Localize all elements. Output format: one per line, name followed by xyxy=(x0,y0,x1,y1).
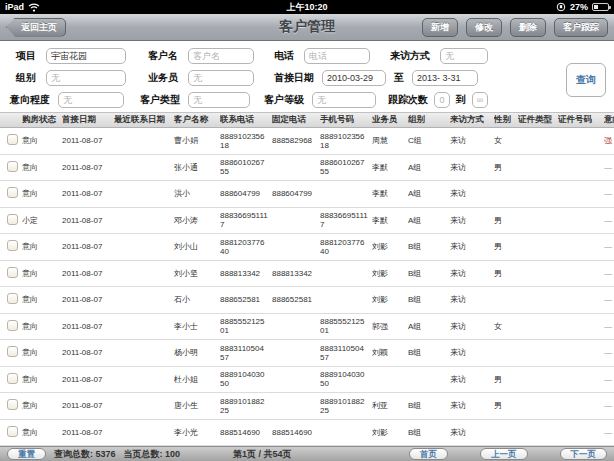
row-checkbox[interactable] xyxy=(7,134,18,145)
table-row[interactable]: 意向2011-08-07洪小888604799888604799李默A组来访— xyxy=(0,181,614,208)
table-row[interactable]: 意向2011-08-07唐小生888910188225888910188225利… xyxy=(0,393,614,420)
nav-bar: 客户管理 返回主页 新增 修改 删除 客户跟踪 xyxy=(0,14,614,41)
next-page-button[interactable]: 下一页 xyxy=(560,448,608,460)
cell-status: 意向 xyxy=(22,163,62,172)
cell-name: 唐小生 xyxy=(174,401,220,410)
row-checkbox[interactable] xyxy=(7,399,18,410)
cell-intent: 强 xyxy=(604,136,614,145)
cell-name: 曹小娟 xyxy=(174,136,220,145)
customer-track-button[interactable]: 客户跟踪 xyxy=(554,18,608,37)
cell-group: B组 xyxy=(408,242,450,251)
track-count-label: 跟踪次数 xyxy=(388,93,428,107)
table-row[interactable]: 意向2011-08-07张小通888601026755888601026755李… xyxy=(0,155,614,182)
visit-method-input[interactable] xyxy=(440,48,488,64)
battery-percent-label: 27% xyxy=(570,2,588,12)
cell-contact_phone: 888514690 xyxy=(220,428,272,437)
project-input[interactable] xyxy=(46,48,126,64)
cell-salesman: 刘影 xyxy=(372,295,408,304)
row-checkbox[interactable] xyxy=(7,214,18,225)
cell-gender: 男 xyxy=(494,375,518,384)
cell-intent: — xyxy=(604,322,614,331)
cell-contact_phone: 888366951117 xyxy=(220,211,272,229)
customer-level-label: 客户等级 xyxy=(264,93,304,107)
cell-name: 张小通 xyxy=(174,163,220,172)
cell-gender: 男 xyxy=(494,216,518,225)
cell-mobile: 888555212501 xyxy=(320,317,372,335)
row-checkbox[interactable] xyxy=(7,346,18,357)
track-to-input[interactable] xyxy=(472,92,488,108)
cell-first_date: 2011-08-07 xyxy=(62,163,114,172)
table-row[interactable]: 意向2011-08-07刘小山888120377640888120377640刘… xyxy=(0,234,614,261)
row-checkbox[interactable] xyxy=(7,267,18,278)
customer-type-label: 客户类型 xyxy=(140,93,180,107)
delete-button[interactable]: 删除 xyxy=(510,18,546,37)
salesman-label: 业务员 xyxy=(148,71,178,85)
cell-intent: — xyxy=(604,348,614,357)
table-row[interactable]: 意向2011-08-07杜小姐888910403050888910403050来… xyxy=(0,367,614,394)
date-from-input[interactable] xyxy=(322,70,386,86)
customer-level-input[interactable] xyxy=(312,92,376,108)
row-checkbox[interactable] xyxy=(7,240,18,251)
cell-contact_phone: 888652581 xyxy=(220,295,272,304)
cell-contact_phone: 888311050457 xyxy=(220,344,272,362)
add-button[interactable]: 新增 xyxy=(422,18,458,37)
group-input[interactable] xyxy=(46,70,126,86)
filter-row-2: 组别 业务员 首接日期 至 xyxy=(0,69,614,87)
column-header-last_date: 最近联系日期 xyxy=(114,115,174,125)
cell-first_date: 2011-08-07 xyxy=(62,295,114,304)
cell-first_date: 2011-08-07 xyxy=(62,348,114,357)
cell-intent: — xyxy=(604,375,614,384)
cell-salesman: 刘影 xyxy=(372,269,408,278)
intent-level-input[interactable] xyxy=(58,92,124,108)
salesman-input[interactable] xyxy=(188,70,254,86)
first-page-button[interactable]: 首页 xyxy=(409,448,448,460)
visit-method-label: 来访方式 xyxy=(390,49,430,63)
cell-contact_phone: 888813342 xyxy=(220,269,272,278)
cell-fixed_phone: 888813342 xyxy=(272,269,320,278)
cell-status: 小定 xyxy=(22,216,62,225)
row-checkbox[interactable] xyxy=(7,320,18,331)
track-to-label: 到 xyxy=(456,93,466,107)
reset-button[interactable]: 重置 xyxy=(7,448,46,460)
cell-mobile: 888366951117 xyxy=(320,211,372,229)
row-checkbox[interactable] xyxy=(7,373,18,384)
cell-visit: 来访 xyxy=(450,322,494,331)
edit-button[interactable]: 修改 xyxy=(466,18,502,37)
page-info: 第1页 / 共54页 xyxy=(233,448,292,461)
carrier-label: iPad xyxy=(5,2,24,12)
cell-contact_phone: 888601026755 xyxy=(220,158,272,176)
cell-name: 杨小明 xyxy=(174,348,220,357)
row-checkbox[interactable] xyxy=(7,293,18,304)
phone-input[interactable] xyxy=(304,48,370,64)
cell-salesman: 李默 xyxy=(372,189,408,198)
cell-status: 意向 xyxy=(22,136,62,145)
cell-mobile: 888910188225 xyxy=(320,397,372,415)
table-row[interactable]: 小定2011-08-07邓小涛888366951117888366951117李… xyxy=(0,208,614,235)
total-count-label: 查询总数: 5376 xyxy=(54,448,116,461)
date-to-input[interactable] xyxy=(412,70,478,86)
customer-name-input[interactable] xyxy=(188,48,254,64)
row-checkbox[interactable] xyxy=(7,426,18,437)
table-row[interactable]: 意向2011-08-07刘小坚888813342888813342刘影B组来访男… xyxy=(0,261,614,288)
row-checkbox[interactable] xyxy=(7,187,18,198)
prev-page-button[interactable]: 上一页 xyxy=(480,448,528,460)
status-bar: iPad 上午10:20 27% xyxy=(0,0,614,14)
column-header-name: 客户名称 xyxy=(174,115,220,125)
customer-type-input[interactable] xyxy=(188,92,250,108)
cell-visit: 来访 xyxy=(450,189,494,198)
cell-salesman: 刘颖 xyxy=(372,348,408,357)
group-label: 组别 xyxy=(16,71,36,85)
table-row[interactable]: 意向2011-08-07杨小明888311050457888311050457刘… xyxy=(0,340,614,367)
cell-name: 李小光 xyxy=(174,428,220,437)
table-row[interactable]: 意向2011-08-07曹小娟8889102356188885829688889… xyxy=(0,128,614,155)
cell-group: A组 xyxy=(408,189,450,198)
customer-table: 购房状态首接日期最近联系日期客户名称联系电话固定电话手机号码业务员组别来访方式性… xyxy=(0,112,614,446)
back-home-button[interactable]: 返回主页 xyxy=(6,18,66,37)
table-row[interactable]: 意向2011-08-07石小888652581888652581刘影B组来访— xyxy=(0,287,614,314)
search-button[interactable]: 查询 xyxy=(566,63,606,97)
table-row[interactable]: 意向2011-08-07李小光888514690888514690刘影B组来访— xyxy=(0,420,614,447)
track-from-input[interactable] xyxy=(434,92,450,108)
row-checkbox[interactable] xyxy=(7,161,18,172)
table-row[interactable]: 意向2011-08-07李小士888555212501888555212501郭… xyxy=(0,314,614,341)
cell-fixed_phone: 888652581 xyxy=(272,295,320,304)
